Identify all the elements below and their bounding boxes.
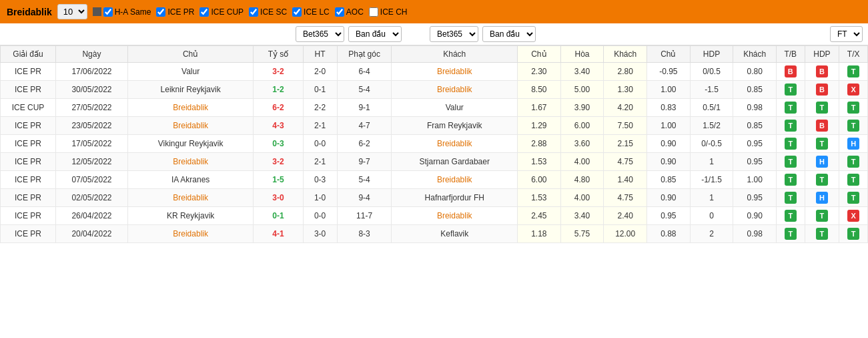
header-chu-odds: Chủ [518, 46, 561, 63]
badge-tb: T [785, 174, 797, 186]
header-tb: T/B [776, 46, 805, 63]
cell-hdp2: B [805, 117, 839, 135]
table-row: ICE PR 17/06/2022 Valur 3-2 2-0 6-4 Brei… [1, 63, 868, 81]
cell-hoa-odds: 3.40 [560, 207, 604, 225]
cell-phat-goc: 9-4 [337, 189, 392, 207]
market1-select[interactable]: Ban đầu [348, 26, 402, 42]
team-link-chu[interactable]: Breidablik [173, 121, 208, 130]
team-link-chu[interactable]: Breidablik [173, 229, 208, 238]
cell-khach-odds: 1.30 [604, 81, 647, 99]
cell-ht: 2-2 [303, 99, 337, 117]
cell-hdp: 1 [690, 153, 733, 171]
cell-chu[interactable]: Breidablik [127, 225, 254, 243]
cell-chu-hdp: 1.00 [647, 81, 691, 99]
cell-chu-odds: 2.88 [518, 135, 561, 153]
cell-tb: T [776, 171, 805, 189]
header-hdp: HDP [690, 46, 733, 63]
cell-chu[interactable]: Breidablik [127, 153, 254, 171]
count-select[interactable]: 5 10 15 20 [57, 4, 87, 19]
cell-hdp2: T [805, 135, 839, 153]
team-link-khach[interactable]: Breidablik [437, 139, 472, 148]
cell-khach[interactable]: Breidablik [392, 81, 518, 99]
badge-tb: T [785, 102, 797, 114]
cell-phat-goc: 8-3 [337, 225, 392, 243]
cell-chu: Leiknir Reykjavik [127, 81, 254, 99]
cell-tx: T [839, 225, 868, 243]
team-link-khach[interactable]: Breidablik [437, 211, 472, 220]
cell-khach[interactable]: Breidablik [392, 135, 518, 153]
market2-select[interactable]: Ban đầu [482, 26, 536, 42]
checkbox-ice-sc[interactable] [249, 7, 258, 17]
cell-hdp2: B [805, 81, 839, 99]
ft-select[interactable]: FT [830, 26, 863, 42]
cell-giai: ICE PR [1, 171, 56, 189]
cell-ht: 0-0 [303, 135, 337, 153]
cell-chu-odds: 1.29 [518, 117, 561, 135]
header-hoa-odds: Hòa [560, 46, 604, 63]
team-link-chu[interactable]: Breidablik [173, 193, 208, 202]
cell-tb: T [776, 81, 805, 99]
cell-khach[interactable]: Breidablik [392, 63, 518, 81]
team-link-chu[interactable]: Breidablik [173, 103, 208, 112]
cell-tb: B [776, 63, 805, 81]
cell-khach[interactable]: Breidablik [392, 171, 518, 189]
cell-hoa-odds: 4.00 [560, 153, 604, 171]
cell-khach-hdp: 1.00 [733, 171, 777, 189]
table-row: ICE CUP 27/05/2022 Breidablik 6-2 2-2 9-… [1, 99, 868, 117]
cell-ty-so: 1-2 [254, 81, 303, 99]
cell-khach-hdp: 0.95 [733, 135, 777, 153]
cell-phat-goc: 5-4 [337, 171, 392, 189]
cell-chu[interactable]: Breidablik [127, 189, 254, 207]
badge-tx: X [847, 210, 859, 222]
checkbox-ha-same[interactable] [103, 7, 113, 17]
cell-khach-hdp: 0.85 [733, 117, 777, 135]
badge-tb: T [785, 156, 797, 168]
badge-tx: T [847, 120, 859, 132]
cell-khach-odds: 4.75 [604, 189, 647, 207]
header-hdp2: HDP [805, 46, 839, 63]
bookmaker2-select[interactable]: Bet365 [430, 26, 478, 42]
header-chu-hdp: Chủ [647, 46, 691, 63]
cell-chu-hdp: 0.83 [647, 99, 691, 117]
team-link-chu[interactable]: Breidablik [173, 157, 208, 166]
cell-khach-odds: 2.15 [604, 135, 647, 153]
cell-giai: ICE PR [1, 135, 56, 153]
bookmaker1-select[interactable]: Bet365 [296, 26, 344, 42]
table-row: ICE PR 26/04/2022 KR Reykjavik 0-1 0-0 1… [1, 207, 868, 225]
header-chu: Chủ [127, 46, 254, 63]
cell-phat-goc: 9-7 [337, 153, 392, 171]
checkbox-aoc[interactable] [335, 7, 344, 17]
cell-khach: Stjarnan Gardabaer [392, 153, 518, 171]
team-link-khach[interactable]: Breidablik [437, 85, 472, 94]
cell-khach-odds: 12.00 [604, 225, 647, 243]
checkbox-ice-pr[interactable] [156, 7, 165, 17]
badge-tb: B [785, 65, 797, 77]
badge-hdp2: H [816, 192, 828, 204]
badge-tb: T [785, 210, 797, 222]
cell-chu-hdp: 0.85 [647, 171, 691, 189]
filter-ice-sc: ICE SC [249, 7, 287, 17]
cell-khach-hdp: 0.98 [733, 225, 777, 243]
cell-khach[interactable]: Breidablik [392, 207, 518, 225]
checkbox-ice-cup[interactable] [199, 7, 209, 17]
badge-hdp2: T [816, 228, 828, 240]
cell-ty-so: 6-2 [254, 99, 303, 117]
cell-khach: Valur [392, 99, 518, 117]
cell-chu-hdp: 0.95 [647, 207, 691, 225]
header-phat-goc: Phạt góc [337, 46, 392, 63]
cell-phat-goc: 9-1 [337, 99, 392, 117]
cell-chu[interactable]: Breidablik [127, 99, 254, 117]
header-ht: HT [303, 46, 337, 63]
filter-ice-ch-label: ICE CH [380, 7, 408, 17]
filter-ha-same: H-A Same [93, 7, 151, 17]
cell-chu[interactable]: Breidablik [127, 117, 254, 135]
checkbox-ice-ch[interactable] [369, 7, 378, 17]
checkbox-ice-lc[interactable] [292, 7, 302, 17]
cell-tx: T [839, 153, 868, 171]
badge-hdp2: T [816, 210, 828, 222]
team-link-khach[interactable]: Breidablik [437, 67, 472, 76]
team-link-khach[interactable]: Breidablik [437, 175, 472, 184]
badge-tx: T [847, 102, 859, 114]
header-tx: T/X [839, 46, 868, 63]
cell-hoa-odds: 5.75 [560, 225, 604, 243]
